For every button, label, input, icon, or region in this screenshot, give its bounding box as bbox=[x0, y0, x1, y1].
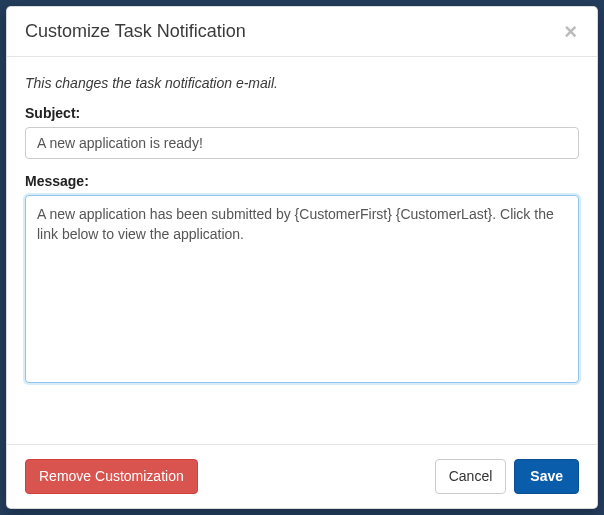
customize-task-notification-modal: Customize Task Notification × This chang… bbox=[6, 6, 598, 509]
save-button[interactable]: Save bbox=[514, 459, 579, 494]
modal-footer: Remove Customization Cancel Save bbox=[7, 444, 597, 508]
remove-customization-button[interactable]: Remove Customization bbox=[25, 459, 198, 494]
message-label: Message: bbox=[25, 173, 579, 189]
modal-header: Customize Task Notification × bbox=[7, 7, 597, 57]
message-textarea[interactable] bbox=[25, 195, 579, 383]
message-group: Message: bbox=[25, 173, 579, 387]
modal-title: Customize Task Notification bbox=[25, 21, 246, 42]
subject-input[interactable] bbox=[25, 127, 579, 159]
close-icon[interactable]: × bbox=[562, 21, 579, 43]
subject-group: Subject: bbox=[25, 105, 579, 159]
cancel-button[interactable]: Cancel bbox=[435, 459, 507, 494]
modal-body: This changes the task notification e-mai… bbox=[7, 57, 597, 444]
intro-text: This changes the task notification e-mai… bbox=[25, 75, 579, 91]
subject-label: Subject: bbox=[25, 105, 579, 121]
